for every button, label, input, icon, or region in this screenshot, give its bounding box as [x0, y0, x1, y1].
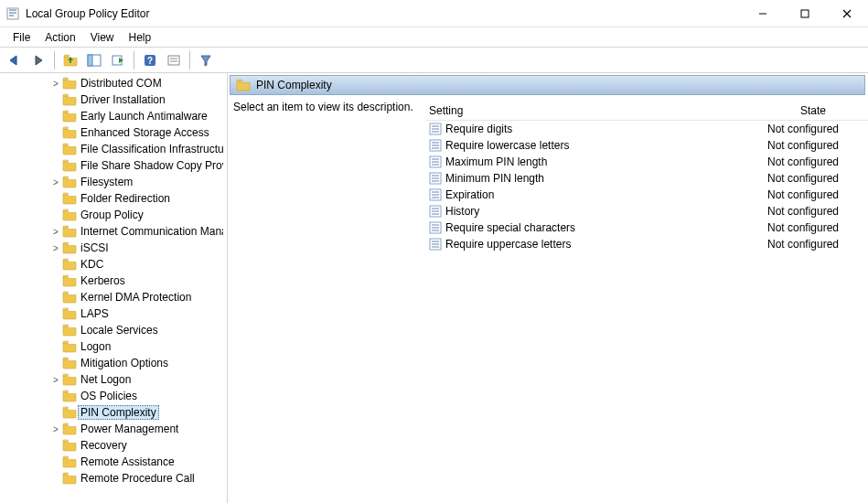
setting-label: Require uppercase letters [445, 238, 571, 251]
column-header-state[interactable]: State [758, 104, 868, 117]
setting-label: Maximum PIN length [445, 155, 547, 168]
setting-row[interactable]: Require uppercase lettersNot configured [425, 236, 868, 252]
tree-item[interactable]: Kerberos [0, 273, 227, 289]
setting-row[interactable]: ExpirationNot configured [425, 187, 868, 203]
tree-item[interactable]: Group Policy [0, 207, 227, 223]
menu-bar: File Action View Help [0, 27, 868, 48]
export-button[interactable] [107, 50, 129, 70]
app-icon [5, 6, 20, 21]
svg-text:?: ? [147, 56, 153, 66]
tree-item[interactable]: >Net Logon [0, 371, 227, 388]
tree-item-label: Power Management [80, 423, 178, 435]
show-hide-tree-button[interactable] [83, 50, 105, 70]
expander-icon[interactable]: > [49, 227, 62, 237]
setting-row[interactable]: Minimum PIN lengthNot configured [425, 170, 868, 187]
properties-button[interactable] [163, 50, 185, 70]
tree-item[interactable]: LAPS [0, 305, 227, 322]
setting-icon [429, 238, 442, 251]
folder-icon [62, 455, 77, 468]
tree-item[interactable]: Kernel DMA Protection [0, 289, 227, 305]
tree-item[interactable]: Driver Installation [0, 91, 227, 108]
setting-state: Not configured [758, 238, 868, 251]
setting-row[interactable]: HistoryNot configured [425, 203, 868, 219]
tree-item-label: iSCSI [80, 241, 109, 254]
help-button[interactable]: ? [139, 50, 161, 70]
folder-icon [62, 241, 77, 254]
maximize-button[interactable] [784, 0, 826, 27]
folder-icon [62, 274, 77, 287]
tree-item-label: Net Logon [80, 373, 131, 386]
tree-item-label: Remote Assistance [80, 455, 175, 468]
folder-icon [62, 192, 77, 205]
up-button[interactable] [59, 50, 81, 70]
tree-item-label: File Share Shadow Copy Provider [80, 159, 223, 172]
description-text: Select an item to view its description. [233, 101, 413, 113]
menu-view[interactable]: View [83, 29, 122, 46]
setting-icon [429, 221, 442, 234]
tree-item[interactable]: >Filesystem [0, 174, 227, 190]
menu-file[interactable]: File [5, 29, 38, 46]
setting-state: Not configured [758, 123, 868, 135]
tree-item[interactable]: >Internet Communication Management [0, 223, 227, 240]
folder-icon [62, 406, 77, 419]
tree-item[interactable]: Remote Assistance [0, 454, 227, 470]
content-pane: PIN Complexity Select an item to view it… [228, 73, 868, 503]
content-header-title: PIN Complexity [256, 79, 332, 91]
menu-help[interactable]: Help [122, 29, 159, 46]
expander-icon[interactable]: > [49, 79, 62, 89]
expander-icon[interactable]: > [49, 177, 62, 187]
tree-item-label: Locale Services [80, 324, 158, 337]
tree-item[interactable]: Enhanced Storage Access [0, 124, 227, 141]
setting-row[interactable]: Require special charactersNot configured [425, 219, 868, 236]
tree-item[interactable]: Mitigation Options [0, 355, 227, 371]
column-header-setting[interactable]: Setting [425, 104, 758, 117]
tree-item[interactable]: Remote Procedure Call [0, 470, 227, 487]
tree-item-label: LAPS [80, 307, 109, 320]
filter-button[interactable] [195, 50, 217, 70]
close-button[interactable] [826, 0, 868, 27]
folder-icon [62, 324, 77, 337]
setting-label: Expiration [445, 188, 494, 201]
tree-item[interactable]: Locale Services [0, 322, 227, 338]
setting-state: Not configured [758, 188, 868, 201]
tree-item[interactable]: >iSCSI [0, 240, 227, 256]
tree-item-label: Folder Redirection [80, 192, 170, 205]
setting-state: Not configured [758, 155, 868, 168]
tree-item-label: Enhanced Storage Access [80, 126, 209, 139]
menu-action[interactable]: Action [38, 29, 82, 46]
minimize-button[interactable] [742, 0, 784, 27]
toolbar: ? [0, 48, 868, 73]
toolbar-separator [189, 51, 190, 70]
window-title: Local Group Policy Editor [26, 7, 742, 20]
tree-item[interactable]: OS Policies [0, 388, 227, 404]
setting-row[interactable]: Require lowercase lettersNot configured [425, 137, 868, 154]
setting-row[interactable]: Maximum PIN lengthNot configured [425, 154, 868, 170]
expander-icon[interactable]: > [49, 424, 62, 434]
tree-item[interactable]: >Power Management [0, 421, 227, 437]
tree-item[interactable]: Recovery [0, 437, 227, 454]
back-button[interactable] [4, 50, 26, 70]
title-bar: Local Group Policy Editor [0, 0, 868, 27]
tree-item[interactable]: KDC [0, 256, 227, 273]
tree-item[interactable]: Logon [0, 338, 227, 355]
folder-icon [62, 126, 77, 139]
setting-state: Not configured [758, 205, 868, 218]
tree-pane[interactable]: >Distributed COMDriver InstallationEarly… [0, 73, 228, 503]
setting-label: Minimum PIN length [445, 172, 544, 185]
tree-item[interactable]: >Distributed COM [0, 75, 227, 91]
tree-item[interactable]: Folder Redirection [0, 190, 227, 207]
tree-item-label: Distributed COM [80, 77, 162, 90]
setting-row[interactable]: Require digitsNot configured [425, 121, 868, 137]
tree-item[interactable]: Early Launch Antimalware [0, 108, 227, 124]
setting-state: Not configured [758, 172, 868, 185]
expander-icon[interactable]: > [49, 243, 62, 253]
tree-item[interactable]: File Share Shadow Copy Provider [0, 157, 227, 174]
folder-icon [62, 340, 77, 353]
folder-icon [62, 110, 77, 123]
tree-item[interactable]: PIN Complexity [0, 404, 227, 421]
settings-list: Setting State Require digitsNot configur… [425, 101, 868, 503]
forward-button[interactable] [27, 50, 49, 70]
folder-icon [62, 307, 77, 320]
expander-icon[interactable]: > [49, 375, 62, 385]
tree-item[interactable]: File Classification Infrastructure [0, 141, 227, 157]
